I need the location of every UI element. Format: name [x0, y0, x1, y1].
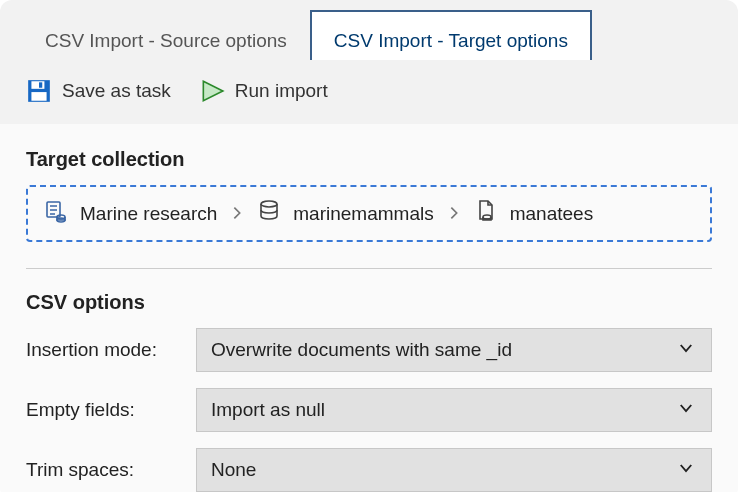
- project-icon: [44, 199, 68, 228]
- svg-rect-2: [39, 82, 42, 87]
- divider: [26, 268, 712, 269]
- play-icon: [199, 78, 225, 104]
- csv-options-title: CSV options: [26, 291, 712, 314]
- run-import-button[interactable]: Run import: [199, 78, 328, 104]
- tab-label: CSV Import - Target options: [334, 30, 568, 52]
- chevron-down-icon: [677, 399, 695, 422]
- select-value: Overwrite documents with same _id: [211, 339, 512, 361]
- svg-point-9: [483, 215, 491, 219]
- target-collection-breadcrumb[interactable]: Marine research marinemammals manatees: [26, 185, 712, 242]
- run-label: Run import: [235, 80, 328, 102]
- insertion-mode-label: Insertion mode:: [26, 339, 196, 361]
- collection-icon: [474, 199, 498, 228]
- select-value: Import as null: [211, 399, 325, 421]
- save-label: Save as task: [62, 80, 171, 102]
- tab-label: CSV Import - Source options: [45, 30, 287, 52]
- chevron-down-icon: [677, 459, 695, 482]
- insertion-mode-select[interactable]: Overwrite documents with same _id: [196, 328, 712, 372]
- svg-rect-1: [31, 81, 44, 89]
- content-area: Target collection Marine research marine…: [0, 124, 738, 492]
- select-value: None: [211, 459, 256, 481]
- tab-source-options[interactable]: CSV Import - Source options: [22, 10, 310, 60]
- save-as-task-button[interactable]: Save as task: [26, 78, 171, 104]
- save-icon: [26, 78, 52, 104]
- empty-fields-select[interactable]: Import as null: [196, 388, 712, 432]
- trim-spaces-select[interactable]: None: [196, 448, 712, 492]
- tab-bar: CSV Import - Source options CSV Import -…: [0, 0, 738, 60]
- empty-fields-label: Empty fields:: [26, 399, 196, 421]
- database-icon: [257, 199, 281, 228]
- trim-spaces-row: Trim spaces: None: [26, 448, 712, 492]
- toolbar: Save as task Run import: [0, 60, 738, 124]
- insertion-mode-row: Insertion mode: Overwrite documents with…: [26, 328, 712, 372]
- chevron-right-icon: [229, 203, 245, 225]
- trim-spaces-label: Trim spaces:: [26, 459, 196, 481]
- target-collection-title: Target collection: [26, 148, 712, 171]
- svg-point-8: [261, 201, 277, 207]
- breadcrumb-project: Marine research: [80, 203, 217, 225]
- svg-rect-3: [31, 92, 46, 101]
- chevron-right-icon: [446, 203, 462, 225]
- chevron-down-icon: [677, 339, 695, 362]
- empty-fields-row: Empty fields: Import as null: [26, 388, 712, 432]
- tab-target-options[interactable]: CSV Import - Target options: [310, 10, 592, 60]
- breadcrumb-collection: manatees: [510, 203, 593, 225]
- svg-marker-4: [203, 81, 223, 101]
- breadcrumb-database: marinemammals: [293, 203, 433, 225]
